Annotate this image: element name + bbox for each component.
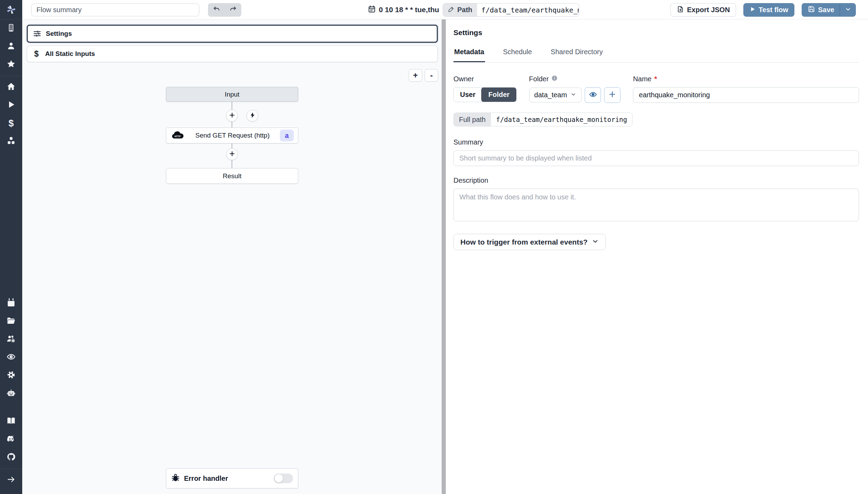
- owner-user-option[interactable]: User: [454, 88, 482, 102]
- input-node[interactable]: Input: [166, 87, 298, 102]
- zoom-out-button[interactable]: -: [425, 69, 438, 82]
- sidebar-item-home[interactable]: [0, 78, 22, 96]
- sidebar-item-audit[interactable]: [0, 348, 22, 367]
- sidebar-item-variables[interactable]: $: [0, 114, 22, 132]
- external-triggers-button[interactable]: How to trigger from external events?: [453, 234, 606, 250]
- sidebar-item-github[interactable]: [0, 448, 22, 467]
- add-step-button[interactable]: [226, 148, 238, 160]
- sidebar-divider-bottom: [0, 469, 22, 469]
- sidebar-item-user[interactable]: [0, 38, 22, 56]
- github-icon: [7, 452, 16, 463]
- folder-label: Folder: [529, 75, 549, 83]
- calendar-icon: [7, 298, 16, 308]
- owner-label: Owner: [453, 75, 517, 83]
- redo-button[interactable]: [225, 3, 241, 17]
- sidebar-item-docs[interactable]: [0, 412, 22, 430]
- folder-select[interactable]: data_team: [529, 88, 582, 102]
- flow-path-pill[interactable]: Path f/data_team/earthquake_monit: [443, 3, 579, 17]
- schedule-cron-text: 0 10 18 * * tue,thu: [379, 6, 439, 14]
- book-open-icon: [7, 416, 16, 427]
- sidebar-item-discord[interactable]: [0, 430, 22, 448]
- users-gear-icon: [7, 334, 16, 345]
- summary-label: Summary: [453, 138, 859, 146]
- graph-static-inputs-row[interactable]: $ All Static Inputs: [27, 46, 438, 62]
- full-path-display: Full path f/data_team/earthquake_monitor…: [453, 113, 633, 126]
- info-icon: [551, 75, 558, 83]
- add-step-button[interactable]: [226, 110, 238, 122]
- required-asterisk: *: [654, 75, 657, 83]
- settings-tabs: Metadata Schedule Shared Directory: [453, 48, 859, 63]
- eye-icon: [589, 90, 597, 100]
- undo-button[interactable]: [208, 3, 225, 17]
- error-handler-toggle[interactable]: [274, 474, 293, 483]
- description-textarea[interactable]: [453, 189, 859, 221]
- input-node-label: Input: [225, 91, 239, 98]
- folder-select-value: data_team: [534, 91, 567, 99]
- error-handler-label: Error handler: [184, 475, 228, 483]
- zoom-in-button[interactable]: +: [409, 69, 422, 82]
- tab-metadata[interactable]: Metadata: [453, 48, 485, 62]
- name-field: Name *: [633, 75, 859, 103]
- name-label: Name: [633, 75, 651, 83]
- description-label: Description: [453, 176, 859, 184]
- folder-open-icon: [7, 316, 16, 327]
- chevron-down-icon: [570, 91, 576, 99]
- save-dropdown-button[interactable]: [840, 3, 856, 17]
- plus-icon: [229, 112, 235, 120]
- calendar-clock-icon: [368, 5, 376, 14]
- sidebar-item-settings[interactable]: [0, 367, 22, 385]
- summary-input[interactable]: [453, 150, 859, 166]
- owner-field: Owner User Folder: [453, 75, 517, 102]
- star-icon: [7, 59, 16, 70]
- path-value: f/data_team/earthquake_monit: [477, 3, 579, 16]
- tab-shared-directory[interactable]: Shared Directory: [550, 48, 603, 62]
- eye-icon: [7, 352, 16, 363]
- owner-folder-option[interactable]: Folder: [481, 87, 516, 102]
- sidebar-item-favorites[interactable]: [0, 56, 22, 74]
- sidebar-item-runs[interactable]: [0, 96, 22, 114]
- flow-summary-input[interactable]: [31, 3, 199, 16]
- sidebar-item-ai[interactable]: [0, 385, 22, 403]
- panel-resize-handle[interactable]: [442, 19, 446, 494]
- sidebar-expand-button[interactable]: [0, 471, 22, 489]
- save-icon: [808, 6, 815, 14]
- new-folder-button[interactable]: [604, 87, 620, 103]
- sidebar-item-workspace[interactable]: [0, 19, 22, 38]
- graph-settings-row[interactable]: Settings: [27, 25, 438, 43]
- http-step-node[interactable]: HTTP Send GET Request (http) a: [166, 127, 298, 143]
- view-folder-button[interactable]: [585, 87, 601, 103]
- sidebar-item-groups[interactable]: [0, 330, 22, 348]
- windmill-logo[interactable]: [0, 0, 22, 19]
- undo-redo-group: [208, 3, 241, 17]
- toggle-knob: [275, 474, 283, 483]
- dollar-icon: $: [8, 118, 14, 129]
- robot-icon: [7, 388, 16, 399]
- sidebar-divider: [0, 76, 22, 76]
- test-flow-button[interactable]: Test flow: [743, 3, 794, 17]
- tab-schedule[interactable]: Schedule: [502, 48, 533, 62]
- sidebar-item-resources[interactable]: [0, 132, 22, 150]
- arrow-right-icon: [7, 475, 16, 485]
- sidebar-item-folders[interactable]: [0, 312, 22, 330]
- graph-static-inputs-label: All Static Inputs: [45, 50, 95, 58]
- sidebar-item-schedules[interactable]: [0, 294, 22, 312]
- blocks-icon: [7, 136, 16, 147]
- error-handler-node[interactable]: Error handler: [166, 468, 298, 488]
- bolt-icon: [249, 112, 256, 120]
- flow-name-input[interactable]: [633, 87, 859, 103]
- export-json-button[interactable]: Export JSON: [670, 3, 736, 17]
- schedule-summary[interactable]: 0 10 18 * * tue,thu: [368, 0, 439, 19]
- description-field: Description: [453, 176, 859, 223]
- save-button[interactable]: Save: [802, 3, 840, 17]
- result-node[interactable]: Result: [166, 168, 298, 184]
- http-step-label: Send GET Request (http): [185, 132, 280, 139]
- trigger-step-button[interactable]: [247, 110, 258, 122]
- play-icon: [7, 100, 16, 110]
- export-icon: [677, 6, 684, 15]
- sliders-icon: [33, 30, 41, 38]
- full-path-value: f/data_team/earthquake_monitoring: [491, 113, 633, 126]
- summary-field: Summary: [453, 138, 859, 166]
- flow-graph-panel: Settings $ All Static Inputs + - Input H…: [22, 19, 442, 494]
- user-icon: [7, 41, 16, 52]
- discord-icon: [7, 434, 16, 445]
